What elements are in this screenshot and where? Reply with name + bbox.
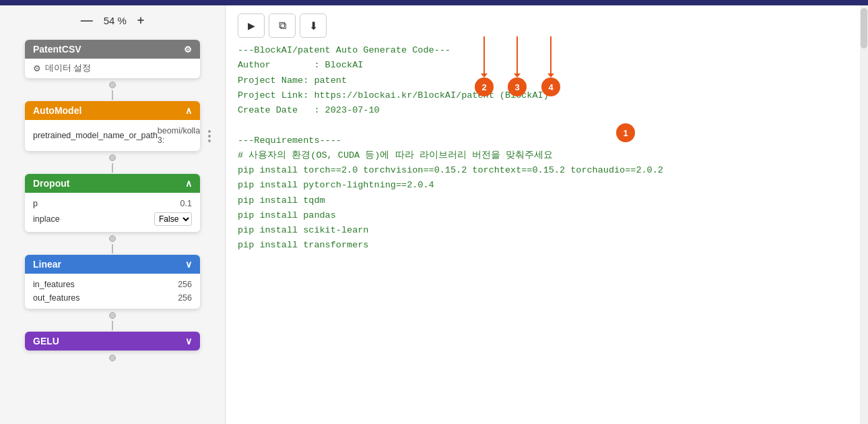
dropout-val-1: False True — [154, 212, 192, 226]
linear-row-1: out_features 256 — [33, 291, 192, 305]
zoom-in-button[interactable]: + — [133, 12, 149, 29]
run-button[interactable]: ▶ — [238, 13, 265, 38]
linear-val-1: 256 — [178, 293, 192, 303]
left-panel: — 54 % + PatentCSV ⚙ ⚙ 데이터 설정 — [0, 5, 226, 424]
chevron-down-icon-linear: ∨ — [185, 259, 192, 270]
gear-icon: ⚙ — [33, 63, 41, 73]
block-gelu-wrapper: GELU ∨ — [25, 330, 200, 363]
top-bar — [0, 0, 868, 5]
block-linear-label: Linear — [33, 259, 61, 270]
block-patentcsv-wrapper: PatentCSV ⚙ ⚙ 데이터 설정 — [25, 38, 200, 100]
annotation-arrow-4 — [547, 36, 554, 78]
block-patentcsv-header: PatentCSV ⚙ — [25, 40, 200, 59]
linear-val-0: 256 — [178, 280, 192, 289]
connector-dot-4 — [109, 312, 116, 319]
block-linear: Linear ∨ in_features 256 out_features 25… — [25, 255, 200, 309]
block-automodel: AutoModel ∧ pretrained_model_name_or_pat… — [25, 101, 200, 151]
badge-1: 1 — [616, 123, 635, 142]
settings-icon: ⚙ — [184, 44, 192, 55]
arrow-line-4 — [550, 36, 552, 73]
annotation-arrow-3 — [514, 36, 521, 78]
automodel-key-0: pretrained_model_name_or_path — [33, 131, 158, 140]
block-automodel-wrapper: AutoModel ∧ pretrained_model_name_or_pat… — [25, 100, 200, 173]
block-patentcsv: PatentCSV ⚙ ⚙ 데이터 설정 — [25, 40, 200, 78]
block-automodel-label: AutoModel — [33, 105, 81, 116]
right-panel: ▶ ⧉ ⬇ 1 2 3 4 ---BlockAI/patent Auto Gen… — [226, 5, 868, 424]
copy-button[interactable]: ⧉ — [269, 13, 296, 38]
arrow-line-3 — [516, 36, 518, 73]
connector-line-3 — [112, 244, 113, 253]
chevron-up-icon-dropout: ∧ — [185, 178, 192, 189]
block-linear-body: in_features 256 out_features 256 — [25, 274, 200, 309]
block-dropout-label: Dropout — [33, 178, 69, 189]
block-gelu-label: GELU — [33, 336, 59, 346]
dropout-key-0: p — [33, 199, 38, 208]
connector-line — [112, 90, 113, 100]
connector-dot-3 — [109, 235, 116, 242]
block-linear-wrapper: Linear ∨ in_features 256 out_features 25… — [25, 253, 200, 330]
chevron-down-icon-gelu: ∨ — [185, 336, 192, 346]
linear-key-0: in_features — [33, 280, 75, 289]
badge-2: 2 — [475, 78, 494, 96]
badge-4: 4 — [541, 78, 560, 96]
block-gelu-header[interactable]: GELU ∨ — [25, 332, 200, 351]
handle-dot-3 — [208, 140, 211, 142]
main-container: — 54 % + PatentCSV ⚙ ⚙ 데이터 설정 — [0, 5, 868, 424]
block-automodel-body: pretrained_model_name_or_path beomi/koll… — [25, 120, 200, 151]
scrollbar-thumb[interactable] — [861, 8, 867, 49]
linear-key-1: out_features — [33, 293, 80, 303]
chevron-up-icon: ∧ — [185, 105, 192, 116]
block-dropout-wrapper: Dropout ∧ p 0.1 inplace False True — [25, 173, 200, 253]
dropout-row-0: p 0.1 — [33, 197, 192, 210]
annotation-arrow-2 — [481, 36, 488, 78]
zoom-value: 54 % — [104, 15, 127, 26]
handle-dot-1 — [208, 130, 211, 133]
zoom-out-button[interactable]: — — [77, 12, 97, 29]
connector-line-4 — [112, 321, 113, 330]
block-gelu: GELU ∨ — [25, 332, 200, 351]
block-patentcsv-label: PatentCSV — [33, 44, 81, 55]
dropout-row-1: inplace False True — [33, 210, 192, 228]
block-patentcsv-body: ⚙ 데이터 설정 — [25, 59, 200, 78]
inplace-select[interactable]: False True — [154, 212, 192, 226]
dropout-val-0: 0.1 — [180, 199, 192, 208]
block-dropout-header[interactable]: Dropout ∧ — [25, 174, 200, 193]
block-linear-header[interactable]: Linear ∨ — [25, 255, 200, 274]
toolbar: ▶ ⧉ ⬇ — [226, 5, 868, 38]
block-dropout: Dropout ∧ p 0.1 inplace False True — [25, 174, 200, 232]
connector-dot-2 — [109, 154, 116, 161]
badge-3: 3 — [508, 78, 527, 96]
scrollbar-track[interactable] — [860, 5, 868, 424]
connector-dot-5 — [109, 355, 116, 361]
block-dropout-body: p 0.1 inplace False True — [25, 193, 200, 232]
linear-row-0: in_features 256 — [33, 278, 192, 291]
handle-dot-2 — [208, 135, 211, 138]
block-automodel-header[interactable]: AutoModel ∧ — [25, 101, 200, 120]
automodel-val-0: beomi/kollama-3: — [158, 126, 200, 145]
data-settings-label: 데이터 설정 — [45, 63, 91, 74]
connector-dot — [109, 82, 116, 88]
dropout-key-1: inplace — [33, 214, 60, 224]
zoom-controls: — 54 % + — [77, 12, 149, 29]
download-button[interactable]: ⬇ — [300, 13, 327, 38]
block-handle — [208, 130, 211, 142]
arrow-line-2 — [483, 36, 485, 73]
automodel-row-0: pretrained_model_name_or_path beomi/koll… — [33, 124, 192, 147]
connector-line-2 — [112, 163, 113, 173]
